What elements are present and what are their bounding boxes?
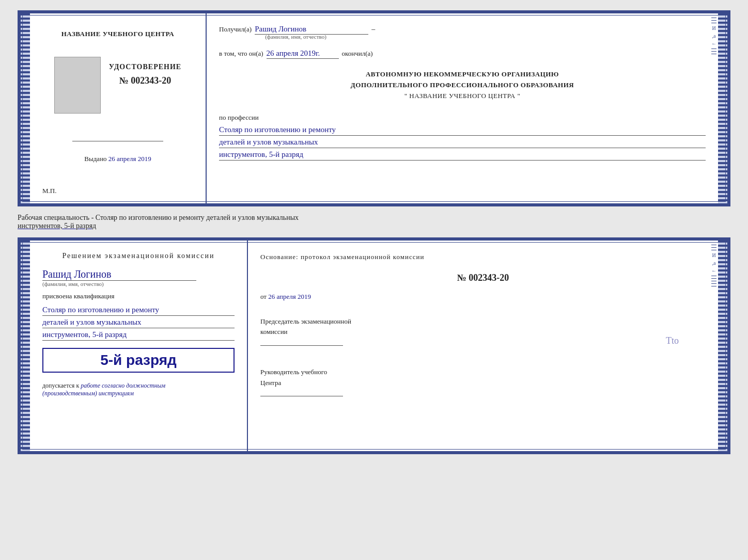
- bottom-cert-left-panel: Решением экзаменационной комиссии Рашид …: [30, 241, 247, 451]
- dash-top: –: [371, 25, 375, 34]
- head-line1: Руководитель учебного: [260, 367, 706, 378]
- document-container: НАЗВАНИЕ УЧЕБНОГО ЦЕНТРА УДОСТОВЕРЕНИЕ №…: [18, 10, 730, 454]
- chairman-block: Председатель экзаменационной комиссии: [260, 316, 706, 349]
- org-line1: АВТОНОМНУЮ НЕКОММЕРЧЕСКУЮ ОРГАНИЗАЦИЮ: [219, 69, 706, 80]
- chairman-signature-line: [260, 338, 343, 346]
- org-line3: " НАЗВАНИЕ УЧЕБНОГО ЦЕНТРА ": [219, 91, 706, 102]
- name-sublabel-top: (фамилия, имя, отчество): [265, 34, 706, 40]
- deco-b-dash-6: [711, 281, 716, 281]
- photo-placeholder: [54, 57, 101, 114]
- basis-label: Основание: протокол экзаменационной коми…: [260, 252, 706, 262]
- udostoverenie-label: УДОСТОВЕРЕНИЕ: [109, 63, 181, 71]
- deco-char-a: ,а: [712, 33, 716, 39]
- deco-char-arrow: ←: [711, 41, 716, 46]
- deco-b-dash-4: [711, 276, 716, 276]
- assigned-label: присвоена квалификация: [42, 292, 235, 300]
- bottom-right-strip: [718, 241, 727, 451]
- profession-label: по профессии: [219, 113, 706, 123]
- deco-dash-3: [711, 23, 716, 23]
- top-certificate: НАЗВАНИЕ УЧЕБНОГО ЦЕНТРА УДОСТОВЕРЕНИЕ №…: [18, 10, 730, 206]
- deco-dash-4: [711, 49, 716, 49]
- right-decorative-strip-bottom: И ,а ←: [710, 241, 718, 451]
- org-line2: ДОПОЛНИТЕЛЬНОГО ПРОФЕССИОНАЛЬНОГО ОБРАЗО…: [219, 80, 706, 91]
- qual-line2: деталей и узлов музыкальных: [42, 318, 235, 328]
- completion-date: 26 апреля 2019г.: [267, 49, 339, 59]
- deco-dash-1: [711, 18, 716, 18]
- tto-mark: Tto: [666, 335, 679, 346]
- qual-line3: инструментов, 5-й разряд: [42, 330, 235, 341]
- date-prefix: от: [260, 293, 267, 300]
- deco-b-dash-8: [711, 286, 716, 286]
- bottom-cert-right-panel: Основание: протокол экзаменационной коми…: [248, 241, 710, 451]
- person-name-bottom: Рашид Логинов: [42, 268, 196, 281]
- received-row: Получил(а) Рашид Логинов – (фамилия, имя…: [219, 25, 706, 40]
- right-decorative-strip-blue: [718, 13, 727, 203]
- admission-line: допускается к работе согласно должностны…: [42, 382, 235, 397]
- received-label: Получил(а): [219, 25, 252, 34]
- deco-b-char-a: ,а: [712, 260, 716, 266]
- top-cert-right-panel: Получил(а) Рашид Логинов – (фамилия, имя…: [207, 13, 710, 203]
- rank-highlight-box: 5-й разряд: [42, 348, 235, 373]
- chairman-line2: комиссии: [260, 327, 706, 338]
- deco-b-dash-7: [711, 283, 716, 284]
- deco-char-i: И: [712, 25, 715, 31]
- specialty-text-prefix: Рабочая специальность - Столяр по изгото…: [18, 214, 299, 221]
- protocol-number: № 002343-20: [260, 273, 706, 283]
- rank-label: 5-й разряд: [49, 352, 228, 369]
- in-that-label: в том, что он(а): [219, 50, 263, 58]
- bottom-left-strip: [21, 241, 30, 451]
- deco-dash-2: [711, 20, 716, 21]
- specialty-label: Рабочая специальность - Столяр по изгото…: [18, 212, 730, 232]
- head-line2: Центра: [260, 378, 706, 389]
- decision-label: Решением экзаменационной комиссии: [42, 252, 235, 260]
- date-value: 26 апреля 2019: [268, 293, 311, 300]
- admission-value: работе согласно должностным: [81, 382, 165, 389]
- deco-b-char-arrow: ←: [711, 268, 716, 274]
- deco-b-dash-5: [711, 278, 716, 279]
- specialty-text-suffix: инструментов, 5-й разряд: [18, 222, 96, 230]
- qualification-lines: Столяр по изготовлению и ремонту деталей…: [42, 306, 235, 341]
- deco-b-dash-1: [711, 245, 716, 245]
- top-cert-left-panel: НАЗВАНИЕ УЧЕБНОГО ЦЕНТРА УДОСТОВЕРЕНИЕ №…: [30, 13, 206, 203]
- qual-line1: Столяр по изготовлению и ремонту: [42, 306, 235, 316]
- deco-dash-5: [711, 51, 716, 52]
- name-sublabel-bottom: (фамилия, имя, отчество): [42, 281, 235, 287]
- profession-line2: деталей и узлов музыкальных: [219, 138, 706, 148]
- right-decorative-strip-top: И ,а ←: [710, 13, 718, 203]
- admission-suffix: (производственным) инструкциям: [42, 390, 134, 397]
- head-signature-line: [260, 388, 343, 396]
- training-center-title: НАЗВАНИЕ УЧЕБНОГО ЦЕНТРА: [61, 30, 175, 38]
- deco-b-dash-3: [711, 250, 716, 250]
- left-decorative-strip: [21, 13, 30, 203]
- date-line: от 26 апреля 2019: [260, 293, 706, 301]
- profession-lines: Столяр по изготовлению и ремонту деталей…: [219, 125, 706, 161]
- issued-date: 26 апреля 2019: [108, 155, 151, 163]
- deco-b-char-i: И: [712, 252, 715, 258]
- chairman-line1: Председатель экзаменационной: [260, 316, 706, 327]
- profession-line3: инструментов, 5-й разряд: [219, 150, 706, 161]
- admission-prefix: допускается к: [42, 382, 79, 389]
- profession-line1: Столяр по изготовлению и ремонту: [219, 125, 706, 136]
- bottom-certificate: Решением экзаменационной комиссии Рашид …: [18, 237, 730, 454]
- mp-label: М.П.: [42, 187, 56, 195]
- issued-label: Выдано: [84, 155, 106, 163]
- head-block: Руководитель учебного Центра: [260, 367, 706, 400]
- in-that-row: в том, что он(а) 26 апреля 2019г. окончи…: [219, 49, 706, 59]
- deco-dash-6: [711, 54, 716, 54]
- issued-line: Выдано 26 апреля 2019: [84, 155, 151, 163]
- cert-number: № 002343-20: [119, 75, 172, 86]
- deco-b-dash-2: [711, 247, 716, 248]
- finished-label: окончил(а): [342, 50, 373, 58]
